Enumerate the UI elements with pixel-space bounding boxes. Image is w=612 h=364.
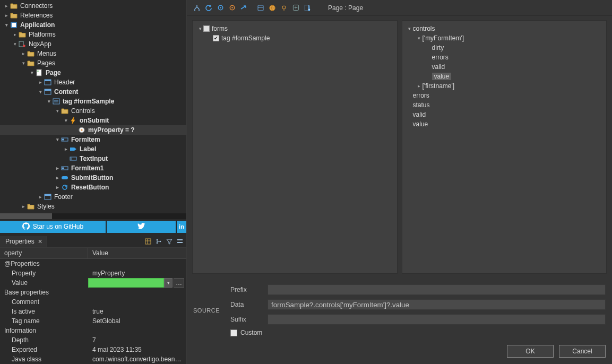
dropdown-icon[interactable]: ▾: [164, 278, 173, 288]
tree-row[interactable]: ▸FormItem1: [0, 163, 186, 173]
props-tool-table-icon[interactable]: [144, 237, 152, 246]
expand-arrow-icon[interactable]: ▾: [416, 36, 423, 41]
tool-globe-icon[interactable]: [268, 3, 277, 13]
picker-row[interactable]: valid: [404, 110, 605, 119]
property-row[interactable]: Tag nameSetGlobal: [0, 316, 186, 326]
custom-checkbox[interactable]: [230, 330, 237, 336]
expand-arrow-icon[interactable]: ▸: [12, 30, 18, 39]
expand-arrow-icon[interactable]: ▸: [37, 192, 44, 202]
props-tool-filter-icon[interactable]: [165, 237, 174, 246]
tree-row[interactable]: ▸Menus: [0, 49, 186, 58]
checkbox[interactable]: [203, 25, 210, 32]
picker-forms[interactable]: ▾forms✔tag #formSample: [192, 20, 398, 274]
tree-row[interactable]: ▾Page: [0, 68, 186, 77]
tool-branch-icon[interactable]: [192, 3, 202, 13]
tree-row[interactable]: ▸ResetButton: [0, 183, 186, 192]
tree-row[interactable]: ▸Platforms: [0, 30, 186, 39]
tool-refresh-icon[interactable]: [204, 3, 213, 13]
tree-row[interactable]: TextInput: [0, 154, 186, 163]
expand-arrow-icon[interactable]: ▾: [12, 39, 18, 49]
checkbox[interactable]: ✔: [213, 35, 219, 41]
picker-row[interactable]: status: [404, 100, 605, 110]
picker-row[interactable]: dirty: [404, 43, 605, 53]
property-row[interactable]: Comment: [0, 297, 186, 307]
properties-table[interactable]: @PropertiesPropertymyPropertyValue▾…Base…: [0, 259, 186, 364]
property-row[interactable]: PropertymyProperty: [0, 268, 186, 278]
expand-arrow-icon[interactable]: ▸: [416, 83, 423, 89]
expand-arrow-icon[interactable]: ▸: [54, 163, 61, 173]
properties-tab[interactable]: Properties ✕: [0, 236, 47, 247]
expand-arrow-icon[interactable]: ▸: [20, 49, 27, 58]
expand-arrow-icon[interactable]: ▾: [20, 58, 27, 68]
picker-row[interactable]: ▾['myFormItem']: [404, 33, 605, 43]
ok-button[interactable]: OK: [507, 345, 554, 358]
tool-page-icon[interactable]: [303, 3, 312, 13]
tree-row[interactable]: ▾Controls: [0, 106, 186, 116]
property-value-input[interactable]: [88, 278, 164, 288]
expand-arrow-icon[interactable]: ▾: [407, 26, 413, 31]
tool-pin-icon[interactable]: [279, 3, 289, 13]
tool-gear-blue-icon[interactable]: [216, 3, 225, 13]
star-github-button[interactable]: Star us on GitHub: [0, 221, 107, 232]
tree-row[interactable]: ▸Styles: [0, 202, 186, 211]
tree-row[interactable]: ▸Header: [0, 77, 186, 87]
expand-arrow-icon[interactable]: ▾: [37, 87, 44, 97]
picker-row[interactable]: errors: [404, 53, 605, 62]
prefix-input[interactable]: [268, 284, 606, 295]
expand-arrow-icon[interactable]: ▾: [197, 26, 203, 31]
expand-arrow-icon[interactable]: ▸: [3, 11, 10, 20]
props-tool-settings-icon[interactable]: [176, 237, 184, 246]
tree-row[interactable]: ▾FormItem: [0, 135, 186, 144]
property-row[interactable]: Value▾…: [0, 278, 186, 288]
property-row[interactable]: Depth7: [0, 335, 186, 345]
tool-gear-orange-icon[interactable]: [227, 3, 237, 13]
cancel-button[interactable]: Cancel: [559, 345, 606, 358]
expand-arrow-icon[interactable]: ▸: [20, 202, 27, 211]
tree-row[interactable]: ▾Application: [0, 20, 186, 30]
expand-arrow-icon[interactable]: ▾: [46, 97, 52, 106]
expand-arrow-icon[interactable]: ▾: [63, 116, 69, 125]
tree-row[interactable]: ▾NgxApp: [0, 39, 186, 49]
property-row[interactable]: @Properties: [0, 259, 186, 268]
picker-row[interactable]: errors: [404, 91, 605, 100]
expand-arrow-icon[interactable]: ▸: [54, 173, 61, 183]
expand-arrow-icon[interactable]: ▾: [29, 68, 35, 77]
twitter-button[interactable]: [107, 221, 177, 232]
expand-arrow-icon[interactable]: ▾: [54, 135, 61, 144]
picker-row[interactable]: ▾forms: [195, 24, 395, 33]
tree-row[interactable]: ▾Pages: [0, 58, 186, 68]
linkedin-button[interactable]: in: [177, 221, 186, 232]
expand-arrow-icon[interactable]: ▾: [3, 20, 10, 30]
project-tree[interactable]: ▸Connectors▸References▾Application▸Platf…: [0, 0, 186, 211]
tree-row[interactable]: ▸References: [0, 11, 186, 20]
close-icon[interactable]: ✕: [38, 238, 42, 245]
property-row[interactable]: Base properties: [0, 288, 186, 297]
tool-plus-icon[interactable]: [291, 3, 300, 13]
tool-db-icon[interactable]: [256, 3, 265, 13]
tool-share-icon[interactable]: [239, 3, 248, 13]
tree-row[interactable]: ▸SubmitButton: [0, 173, 186, 183]
property-row[interactable]: Java classcom.twinsoft.convertigo.beans.…: [0, 354, 186, 364]
suffix-input[interactable]: [268, 314, 606, 325]
picker-row[interactable]: ▸['firstname']: [404, 81, 605, 91]
property-row[interactable]: Information: [0, 326, 186, 335]
tree-row[interactable]: myProperty = ?: [0, 125, 186, 135]
picker-row[interactable]: ▾controls: [404, 24, 605, 33]
tree-row[interactable]: ▸Footer: [0, 192, 186, 202]
tree-row[interactable]: ▾Content: [0, 87, 186, 97]
expand-arrow-icon[interactable]: ▸: [63, 144, 69, 154]
expand-arrow-icon[interactable]: ▾: [54, 106, 61, 116]
property-row[interactable]: Is activetrue: [0, 307, 186, 316]
picker-row[interactable]: value: [404, 119, 605, 129]
tree-row[interactable]: ▾onSubmit: [0, 116, 186, 125]
expand-arrow-icon[interactable]: ▸: [37, 77, 44, 87]
expand-arrow-icon[interactable]: ▸: [54, 183, 61, 192]
picker-row[interactable]: ✔tag #formSample: [195, 33, 395, 43]
browse-button[interactable]: …: [174, 278, 184, 288]
horizontal-scrollbar[interactable]: [0, 213, 186, 219]
picker-row[interactable]: valid: [404, 62, 605, 72]
props-tool-tree-icon[interactable]: [154, 237, 163, 246]
property-row[interactable]: Exported4 mai 2023 11:35: [0, 345, 186, 354]
tree-row[interactable]: ▸Label: [0, 144, 186, 154]
picker-controls[interactable]: ▾controls▾['myFormItem']dirtyerrorsvalid…: [402, 20, 607, 274]
